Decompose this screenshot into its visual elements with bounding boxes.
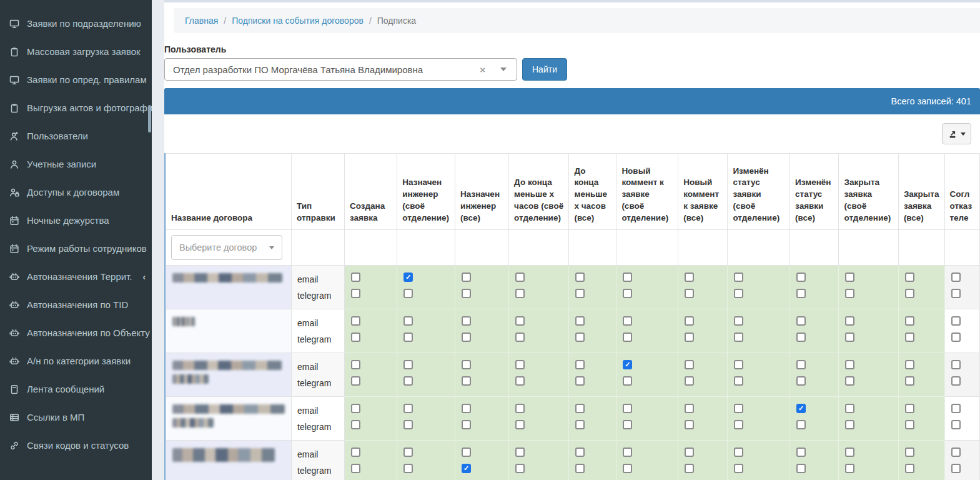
telegram-checkbox[interactable] — [351, 420, 360, 429]
email-checkbox[interactable] — [905, 404, 914, 413]
telegram-checkbox[interactable] — [623, 420, 632, 429]
telegram-checkbox[interactable] — [575, 420, 585, 429]
telegram-checkbox[interactable] — [951, 420, 961, 429]
telegram-checkbox[interactable] — [623, 289, 632, 298]
telegram-checkbox[interactable] — [734, 420, 743, 429]
clear-selection-icon[interactable]: × — [475, 64, 500, 75]
telegram-checkbox[interactable] — [575, 289, 585, 298]
email-checkbox[interactable] — [515, 272, 525, 282]
telegram-checkbox[interactable] — [623, 376, 632, 386]
email-checkbox[interactable] — [845, 404, 854, 413]
email-checkbox[interactable] — [905, 360, 914, 369]
sidebar-item[interactable]: Пользователи — [0, 122, 152, 150]
breadcrumb-home-link[interactable]: Главная — [185, 16, 218, 26]
telegram-checkbox[interactable] — [403, 420, 413, 429]
telegram-checkbox[interactable] — [623, 332, 632, 342]
email-checkbox[interactable] — [845, 448, 854, 457]
email-checkbox[interactable] — [515, 448, 525, 457]
sidebar-item[interactable]: Автоназначения по TID — [0, 291, 152, 319]
telegram-checkbox[interactable] — [796, 332, 806, 342]
email-checkbox[interactable] — [515, 316, 525, 326]
email-checkbox[interactable] — [951, 316, 961, 326]
telegram-checkbox[interactable] — [351, 376, 360, 386]
email-checkbox[interactable] — [403, 360, 413, 369]
email-checkbox[interactable] — [462, 316, 471, 326]
email-checkbox[interactable] — [951, 404, 961, 413]
sidebar-item[interactable]: Заявки по подразделению — [0, 9, 152, 38]
breadcrumb-subscriptions-link[interactable]: Подписки на события договоров — [232, 16, 364, 26]
telegram-checkbox[interactable] — [905, 420, 914, 429]
email-checkbox[interactable] — [623, 404, 632, 413]
telegram-checkbox[interactable] — [515, 420, 525, 429]
telegram-checkbox[interactable] — [905, 332, 914, 342]
email-checkbox[interactable] — [403, 404, 413, 413]
telegram-checkbox[interactable] — [905, 464, 914, 473]
email-checkbox[interactable] — [515, 360, 525, 369]
telegram-checkbox[interactable] — [796, 420, 806, 429]
sidebar-item[interactable]: Режим работы сотрудников — [0, 234, 152, 262]
telegram-checkbox[interactable] — [845, 332, 854, 342]
sidebar-item[interactable]: Заявки — [0, 0, 152, 9]
telegram-checkbox[interactable] — [462, 420, 471, 429]
sidebar-item[interactable]: Ночные дежурства — [0, 206, 152, 234]
telegram-checkbox[interactable] — [685, 332, 694, 342]
email-checkbox[interactable] — [623, 448, 632, 457]
user-select[interactable]: Отдел разработки ПО Моргачёва Татьяна Вл… — [164, 58, 517, 81]
email-checkbox[interactable] — [845, 316, 854, 326]
email-checkbox[interactable] — [845, 360, 854, 369]
sidebar-item[interactable]: Заявки по опред. правилам — [0, 66, 152, 94]
sidebar-item[interactable]: Выгрузка актов и фотографи — [0, 94, 152, 122]
email-checkbox[interactable]: ✓ — [796, 404, 806, 413]
sidebar-scrollbar[interactable] — [148, 105, 151, 132]
telegram-checkbox[interactable] — [734, 464, 743, 473]
email-checkbox[interactable] — [905, 448, 914, 457]
email-checkbox[interactable] — [575, 360, 585, 369]
sidebar-item[interactable]: Учетные записи — [0, 150, 152, 178]
sidebar-item[interactable]: Массовая загрузка заявок — [0, 38, 152, 66]
sidebar-item[interactable]: Автоназначения по Объекту — [0, 319, 152, 347]
email-checkbox[interactable] — [351, 404, 360, 413]
sidebar-item[interactable]: Лента сообщений — [0, 375, 152, 403]
email-checkbox[interactable] — [734, 404, 743, 413]
telegram-checkbox[interactable] — [685, 420, 694, 429]
telegram-checkbox[interactable] — [685, 376, 694, 386]
email-checkbox[interactable] — [905, 316, 914, 326]
sidebar-item[interactable]: Доступы к договорам — [0, 178, 152, 206]
email-checkbox[interactable] — [734, 360, 743, 369]
email-checkbox[interactable] — [796, 272, 806, 282]
telegram-checkbox[interactable] — [845, 464, 854, 473]
telegram-checkbox[interactable] — [403, 289, 413, 298]
export-button[interactable] — [942, 123, 971, 144]
telegram-checkbox[interactable] — [734, 289, 743, 298]
email-checkbox[interactable] — [734, 272, 743, 282]
email-checkbox[interactable] — [403, 316, 413, 326]
telegram-checkbox[interactable] — [951, 464, 961, 473]
contract-filter-select[interactable]: Выберите договор — [171, 235, 282, 260]
email-checkbox[interactable] — [623, 272, 632, 282]
email-checkbox[interactable] — [575, 448, 585, 457]
email-checkbox[interactable] — [685, 360, 694, 369]
telegram-checkbox[interactable] — [623, 464, 632, 473]
email-checkbox[interactable] — [462, 404, 471, 413]
telegram-checkbox[interactable] — [685, 289, 694, 298]
telegram-checkbox[interactable] — [951, 332, 961, 342]
email-checkbox[interactable]: ✓ — [623, 360, 632, 369]
telegram-checkbox[interactable] — [515, 332, 525, 342]
email-checkbox[interactable] — [515, 404, 525, 413]
email-checkbox[interactable] — [796, 448, 806, 457]
email-checkbox[interactable] — [351, 360, 360, 369]
telegram-checkbox[interactable] — [575, 376, 585, 386]
telegram-checkbox[interactable] — [575, 464, 585, 473]
telegram-checkbox[interactable] — [351, 464, 360, 473]
email-checkbox[interactable] — [685, 404, 694, 413]
email-checkbox[interactable] — [685, 316, 694, 326]
email-checkbox[interactable] — [734, 448, 743, 457]
email-checkbox[interactable] — [462, 448, 471, 457]
email-checkbox[interactable] — [685, 272, 694, 282]
email-checkbox[interactable] — [951, 360, 961, 369]
email-checkbox[interactable] — [951, 272, 961, 282]
email-checkbox[interactable]: ✓ — [403, 272, 413, 282]
telegram-checkbox[interactable] — [796, 376, 806, 386]
telegram-checkbox[interactable] — [575, 332, 585, 342]
sidebar-item[interactable]: А/н по категории заявки — [0, 347, 152, 375]
